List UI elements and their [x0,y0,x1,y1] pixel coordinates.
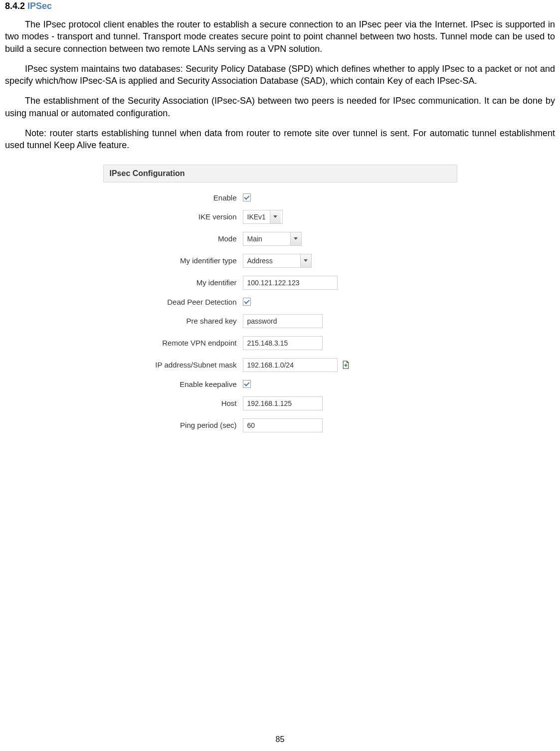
label-enable-keepalive: Enable keepalive [103,380,243,388]
paragraph-1: The IPsec protocol client enables the ro… [5,18,555,55]
label-remote-endpoint: Remote VPN endpoint [103,339,243,347]
label-dead-peer: Dead Peer Detection [103,298,243,306]
row-mode: Mode Main [103,232,457,246]
ping-period-input[interactable] [243,418,323,432]
label-mode: Mode [103,234,243,243]
mode-select[interactable]: Main [243,232,302,246]
label-psk: Pre shared key [103,317,243,325]
row-psk: Pre shared key [103,314,457,328]
label-ike-version: IKE version [103,212,243,221]
label-enable: Enable [103,193,243,202]
keepalive-checkbox[interactable] [243,380,251,388]
row-my-identifier: My identifier [103,276,457,290]
add-subnet-button[interactable] [342,361,351,370]
row-ping-period: Ping period (sec) [103,418,457,432]
section-title: IPSec [27,1,52,11]
add-page-icon [342,361,350,369]
row-host: Host [103,396,457,410]
label-identifier-type: My identifier type [103,256,243,265]
row-ike-version: IKE version IKEv1 [103,210,457,224]
page-number: 85 [0,735,560,744]
row-remote-endpoint: Remote VPN endpoint [103,336,457,350]
identifier-type-select[interactable]: Address [243,254,312,268]
panel-title: IPsec Configuration [103,165,457,183]
ike-version-value: IKEv1 [243,213,270,221]
ip-subnet-input[interactable] [243,358,338,372]
paragraph-2: IPsec system maintains two databases: Se… [5,63,555,87]
section-heading: 8.4.2 IPSec [5,0,555,11]
row-enable: Enable [103,193,457,202]
host-input[interactable] [243,396,323,410]
ipsec-config-panel: IPsec Configuration Enable IKE version I… [103,165,457,432]
row-identifier-type: My identifier type Address [103,254,457,268]
paragraph-3: The establishment of the Security Associ… [5,95,555,119]
my-identifier-input[interactable] [243,276,338,290]
chevron-down-icon [300,254,311,267]
chevron-down-icon [270,210,281,223]
psk-input[interactable] [243,314,323,328]
label-ip-subnet: IP address/Subnet mask [103,361,243,369]
enable-checkbox[interactable] [243,193,251,201]
ike-version-select[interactable]: IKEv1 [243,210,283,224]
row-ip-subnet: IP address/Subnet mask [103,358,457,372]
section-number: 8.4.2 [5,1,25,11]
identifier-type-value: Address [243,257,300,265]
paragraph-4: Note: router starts establishing tunnel … [5,127,555,152]
label-ping-period: Ping period (sec) [103,421,243,429]
label-host: Host [103,399,243,407]
label-my-identifier: My identifier [103,278,243,287]
row-dead-peer: Dead Peer Detection [103,298,457,306]
chevron-down-icon [290,232,301,245]
mode-value: Main [243,235,290,243]
dead-peer-checkbox[interactable] [243,298,251,306]
row-enable-keepalive: Enable keepalive [103,380,457,388]
remote-endpoint-input[interactable] [243,336,323,350]
